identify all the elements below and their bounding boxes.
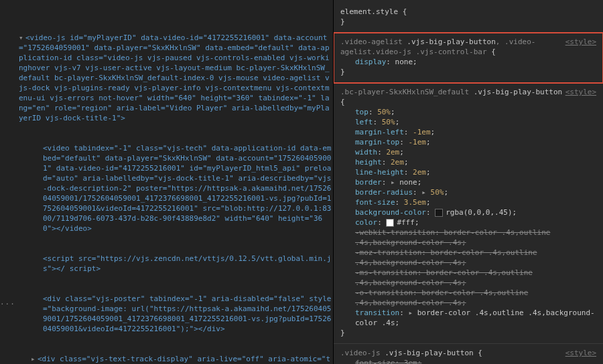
dom-node-video-js[interactable]: <video-js id="myPlayerID" data-video-id=…: [19, 33, 330, 122]
color-swatch[interactable]: [435, 209, 443, 217]
elements-dom-tree[interactable]: ... ▾<video-js id="myPlayerID" data-vide…: [0, 0, 334, 364]
styles-pane[interactable]: element.style { } <style> .video-agelist…: [334, 0, 603, 364]
dom-node-script[interactable]: <script src="https://vjs.zencdn.net/vttj…: [43, 254, 331, 273]
style-rule-video-js[interactable]: <style> .video-js .vjs-big-play-button {…: [334, 344, 603, 364]
style-rule-agelist[interactable]: <style> .video-agelist .vjs-big-play-but…: [334, 33, 603, 83]
dom-node-text-track-display[interactable]: <div class="vjs-text-track-display" aria…: [31, 355, 330, 364]
disclosure-triangle[interactable]: ▸: [31, 354, 38, 364]
color-swatch[interactable]: [386, 219, 394, 227]
overflow-dots: ...: [0, 297, 15, 307]
dom-node-video[interactable]: <video tabindex="-1" class="vjs-tech" da…: [43, 144, 331, 233]
stylesheet-link[interactable]: <style>: [565, 87, 596, 97]
disclosure-triangle[interactable]: ▾: [19, 33, 25, 43]
style-rule-bc-default[interactable]: <style> .bc-player-SkxKHxlnSW_default .v…: [334, 83, 603, 344]
style-rule-element-style[interactable]: element.style { }: [334, 3, 603, 33]
dom-node-poster[interactable]: <div class="vjs-poster" tabindex="-1" ar…: [43, 294, 331, 333]
stylesheet-link[interactable]: <style>: [565, 37, 596, 47]
stylesheet-link[interactable]: <style>: [565, 348, 596, 358]
